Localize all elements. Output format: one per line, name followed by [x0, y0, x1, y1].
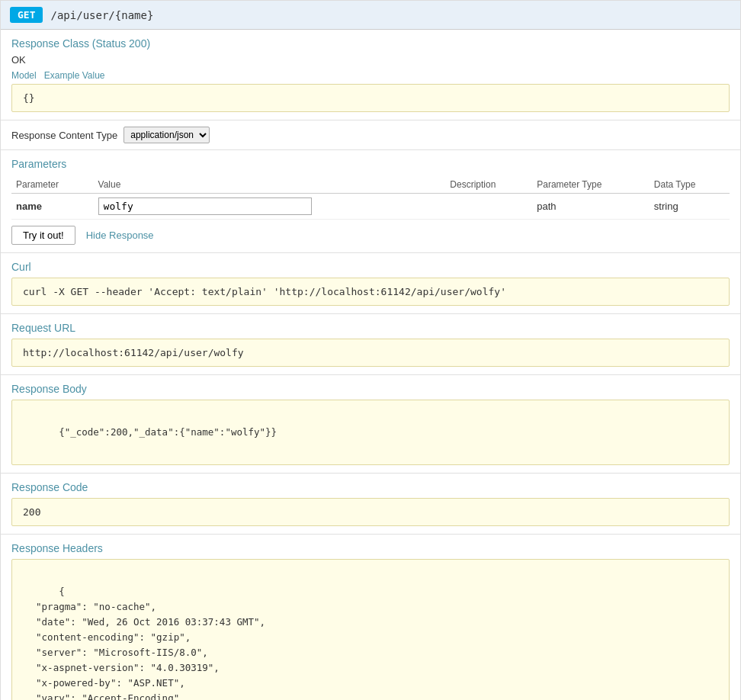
- request-url-box: http://localhost:61142/api/user/wolfy: [11, 339, 730, 367]
- col-parameter: Parameter: [11, 176, 94, 194]
- param-type-cell: path: [532, 194, 650, 220]
- param-description-cell: [445, 194, 532, 220]
- table-row: name path string: [11, 194, 730, 220]
- endpoint-path: /api/user/{name}: [50, 9, 153, 21]
- endpoint-header: GET /api/user/{name}: [1, 1, 740, 30]
- model-label-row: Model Example Value: [11, 70, 730, 81]
- param-data-type-cell: string: [650, 194, 730, 220]
- parameters-table: Parameter Value Description Parameter Ty…: [11, 176, 730, 220]
- response-headers-section: Response Headers { "pragma": "no-cache",…: [1, 535, 740, 700]
- example-value-link[interactable]: Example Value: [44, 70, 105, 81]
- request-url-title: Request URL: [11, 322, 730, 334]
- col-data-type: Data Type: [650, 176, 730, 194]
- example-value-content: {}: [23, 92, 35, 104]
- response-code-section: Response Code 200: [1, 474, 740, 535]
- http-method-badge: GET: [10, 7, 43, 23]
- hide-response-link[interactable]: Hide Response: [86, 230, 154, 241]
- try-it-out-button[interactable]: Try it out!: [11, 226, 75, 245]
- param-value-cell: [94, 194, 446, 220]
- response-headers-content: { "pragma": "no-cache", "date": "Wed, 26…: [24, 586, 587, 700]
- response-headers-title: Response Headers: [11, 542, 730, 554]
- response-content-type-row: Response Content Type application/json t…: [1, 120, 740, 150]
- response-headers-box: { "pragma": "no-cache", "date": "Wed, 26…: [11, 559, 730, 700]
- param-value-input[interactable]: [98, 197, 312, 215]
- response-code-value: 200: [23, 506, 40, 518]
- response-code-box: 200: [11, 498, 730, 526]
- curl-command: curl -X GET --header 'Accept: text/plain…: [23, 286, 506, 297]
- curl-section: Curl curl -X GET --header 'Accept: text/…: [1, 253, 740, 314]
- example-value-box: {}: [11, 84, 730, 112]
- request-url-value: http://localhost:61142/api/user/wolfy: [23, 347, 244, 358]
- response-content-type-select[interactable]: application/json text/plain application/…: [124, 127, 210, 143]
- col-description: Description: [445, 176, 532, 194]
- curl-command-box: curl -X GET --header 'Accept: text/plain…: [11, 278, 730, 306]
- parameters-section: Parameters Parameter Value Description P…: [1, 150, 740, 253]
- curl-title: Curl: [11, 261, 730, 273]
- params-table-header-row: Parameter Value Description Parameter Ty…: [11, 176, 730, 194]
- col-parameter-type: Parameter Type: [532, 176, 650, 194]
- param-name-cell: name: [11, 194, 94, 220]
- response-status-text: OK: [11, 54, 730, 66]
- col-value: Value: [94, 176, 446, 194]
- model-label-text: Model: [11, 70, 37, 81]
- response-class-title: Response Class (Status 200): [11, 37, 730, 50]
- try-row: Try it out! Hide Response: [11, 226, 730, 245]
- response-content-type-label: Response Content Type: [11, 130, 117, 141]
- response-code-title: Response Code: [11, 481, 730, 493]
- response-body-title: Response Body: [11, 383, 730, 395]
- response-body-section: Response Body {"_code":200,"_data":{"nam…: [1, 375, 740, 474]
- response-body-box: {"_code":200,"_data":{"name":"wolfy"}}: [11, 400, 730, 465]
- parameters-title: Parameters: [11, 158, 730, 170]
- response-class-section: Response Class (Status 200) OK Model Exa…: [1, 30, 740, 120]
- response-body-content: {"_code":200,"_data":{"name":"wolfy"}}: [59, 426, 277, 438]
- api-container: GET /api/user/{name} Response Class (Sta…: [0, 0, 741, 700]
- request-url-section: Request URL http://localhost:61142/api/u…: [1, 314, 740, 375]
